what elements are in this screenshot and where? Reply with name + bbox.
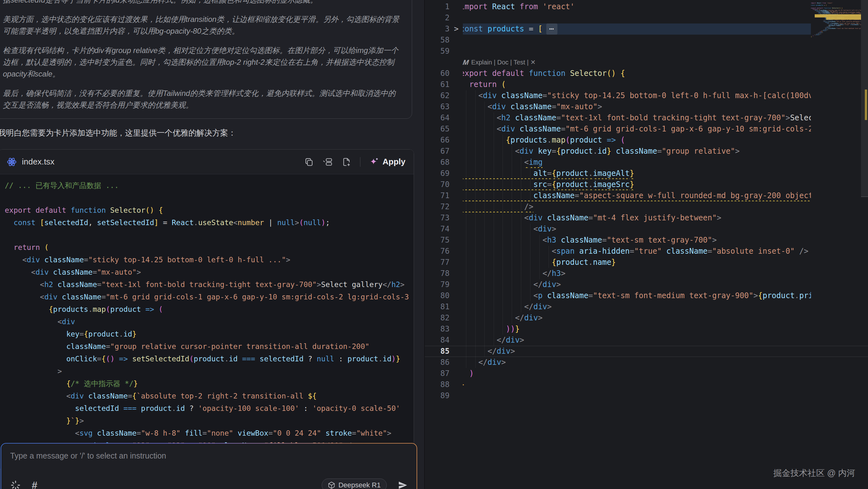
editor-line[interactable]: 77 {product.name} (425, 257, 868, 268)
minimap-code: import React from 'react' const products… (811, 3, 861, 38)
thinking-paragraph: 检查现有代码结构，卡片的div有group relative类，相对定位方便绝对… (3, 45, 402, 80)
editor-line[interactable]: 68 <img (425, 157, 868, 168)
editor-line[interactable]: 84 </div> (425, 335, 868, 346)
new-file-icon[interactable] (342, 157, 351, 167)
code-line: selectedId === product.id ? 'opacity-100… (5, 402, 414, 415)
editor-line[interactable]: 65 <div className="mt-6 grid grid-cols-1… (425, 123, 868, 135)
model-label: Deepseek R1 (339, 481, 381, 489)
line-number: 71 (425, 190, 450, 201)
line-number: 3 (425, 24, 450, 35)
folded-code-badge[interactable]: ⋯ (546, 24, 557, 35)
code-line (5, 229, 414, 241)
editor-line[interactable]: 58 (425, 35, 868, 46)
editor-line[interactable]: 85 </div> (425, 346, 868, 357)
code-line: <h2 className="text-1xl font-bold tracki… (5, 279, 414, 291)
context-hash-icon[interactable]: # (32, 480, 37, 489)
editor-line[interactable]: 89 (425, 390, 868, 401)
editor-scrollbar[interactable] (861, 0, 868, 489)
editor-line[interactable]: 62 <div className="sticky top-14.25 bott… (425, 90, 868, 101)
codelens-logo-icon: M (462, 57, 469, 68)
line-number: 81 (425, 301, 450, 312)
app-window: 据selectedId是否等于当前卡片的id来动态应用样式。例如，边框颜色和勾选… (0, 0, 868, 489)
thinking-block: 据selectedId是否等于当前卡片的id来动态应用样式。例如，边框颜色和勾选… (0, 0, 412, 119)
editor-line[interactable]: 63 <div className="mx-auto"> (425, 101, 868, 112)
insert-at-cursor-icon[interactable] (323, 157, 333, 167)
editor-line[interactable]: 70 src={product.imageSrc} (425, 179, 868, 190)
editor-line[interactable]: 3>const products = [⋯ (425, 24, 868, 35)
codelens-actions[interactable]: Explain | Doc | Test | ✕ (471, 57, 535, 68)
editor-line[interactable]: 82 </div> (425, 312, 868, 323)
editor-line[interactable]: 71 className="aspect-square w-full round… (425, 190, 868, 201)
code-line: className="group relative cursor-pointer… (5, 340, 414, 353)
send-icon[interactable] (398, 480, 408, 489)
code-line: {products.map(product => ( (5, 303, 414, 316)
model-selector[interactable]: Deepseek R1 (322, 479, 387, 489)
editor-line[interactable]: 1import React from 'react' (425, 1, 868, 12)
copy-icon[interactable] (304, 157, 314, 167)
chat-input-toolbar: # Deepseek R1 (10, 479, 408, 489)
code-line: > (5, 365, 414, 378)
editor-line[interactable]: 76 <span aria-hidden="true" className="a… (425, 246, 868, 257)
editor-line[interactable]: 60export default function Selector() { (425, 68, 868, 79)
editor-line[interactable]: 59 (425, 46, 868, 57)
line-number: 63 (425, 101, 450, 112)
code-block-header: index.tsx (0, 149, 414, 174)
editor-line[interactable]: 80 <p className="text-sm font-medium tex… (425, 290, 868, 301)
line-number: 85 (425, 346, 450, 357)
editor-line[interactable]: 61 return ( (425, 79, 868, 90)
code-block-content: // ... 已有导入和产品数据 ...export default funct… (0, 174, 414, 452)
line-number: 78 (425, 268, 450, 279)
editor-line[interactable]: 81 </div> (425, 301, 868, 312)
chat-input[interactable]: Type a message or '/' to select an instr… (10, 451, 408, 460)
editor-line[interactable]: 64 <h2 className="text-1xl font-bold tra… (425, 112, 868, 123)
line-number: 62 (425, 90, 450, 101)
apply-label: Apply (382, 157, 405, 167)
line-number: 64 (425, 112, 450, 123)
minimap-warning-highlight (826, 18, 861, 20)
line-number: 89 (425, 390, 450, 401)
line-number: 74 (425, 224, 450, 235)
editor-line[interactable]: 73 <div className="mt-4 flex justify-bet… (425, 212, 868, 224)
editor-line[interactable]: 66 {products.map(product => ( (425, 135, 868, 146)
editor-line[interactable]: 83 ))} (425, 323, 868, 335)
watermark: 掘金技术社区 @ 内河 (773, 467, 855, 479)
chat-input-container: Type a message or '/' to select an instr… (1, 443, 417, 489)
line-number: 83 (425, 323, 450, 335)
apply-button[interactable]: Apply (369, 157, 405, 167)
line-number: 80 (425, 290, 450, 301)
editor-line[interactable]: 74 <div> (425, 224, 868, 235)
code-line: const [selectedId, setSelectedId] = Reac… (5, 217, 414, 229)
line-number: 69 (425, 168, 450, 179)
editor-line[interactable]: 75 <h3 className="text-sm text-gray-700"… (425, 235, 868, 246)
spinner-sparkle-icon[interactable] (10, 480, 21, 489)
line-number: 2 (425, 12, 450, 24)
sparkle-icon (369, 157, 379, 167)
minimap[interactable]: import React from 'react' const products… (811, 1, 861, 52)
thinking-paragraph: 据selectedId是否等于当前卡片的id来动态应用样式。例如，边框颜色和勾选… (3, 0, 402, 6)
line-number: 88 (425, 379, 450, 390)
editor-code-area: 1import React from 'react'23>const produ… (425, 1, 868, 401)
line-number: 58 (425, 35, 450, 46)
line-number: 82 (425, 312, 450, 323)
chat-panel: 据selectedId是否等于当前卡片的id来动态应用样式。例如，边框颜色和勾选… (0, 0, 424, 489)
editor-line[interactable]: 78 </h3> (425, 268, 868, 279)
code-line: <div className={`absolute top-2 right-2 … (5, 390, 414, 402)
line-number: 73 (425, 212, 450, 224)
code-line: export default function Selector() { (5, 204, 414, 217)
editor-line[interactable]: 69 alt={product.imageAlt} (425, 168, 868, 179)
line-number: 75 (425, 235, 450, 246)
editor-line[interactable]: 87 ) (425, 368, 868, 379)
editor-line[interactable]: 86 </div> (425, 357, 868, 368)
editor-line[interactable]: 67 <div key={product.id} className="grou… (425, 146, 868, 157)
editor-line[interactable]: 88} (425, 379, 868, 390)
code-line: {/* 选中指示器 */} (5, 378, 414, 390)
divider (360, 157, 361, 167)
codelens[interactable]: MExplain | Doc | Test | ✕ (425, 57, 868, 68)
code-line: <div (5, 316, 414, 328)
editor-line[interactable]: 79 </div> (425, 279, 868, 290)
warning-squiggle: <img (524, 158, 542, 167)
editor-line[interactable]: 72 /> (425, 201, 868, 212)
code-block-actions: Apply (304, 157, 405, 167)
editor-line[interactable]: 2 (425, 12, 868, 24)
fold-chevron-icon[interactable]: > (454, 24, 458, 35)
